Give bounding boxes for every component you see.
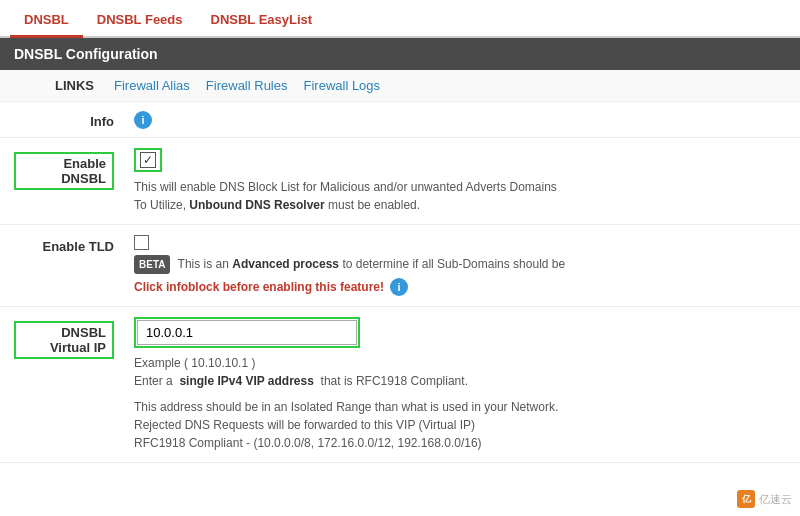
tld-warning-text: Click infoblock before enabling this fea… <box>134 280 384 294</box>
enable-dnsbl-label: Enable DNSBL <box>14 152 114 190</box>
enable-tld-checkbox[interactable] <box>134 235 149 250</box>
enable-tld-help: BETA This is an Advanced process to dete… <box>134 255 786 274</box>
link-firewall-alias[interactable]: Firewall Alias <box>114 78 190 93</box>
help-line1: This will enable DNS Block List for Mali… <box>134 180 557 194</box>
help-end: must be enabled. <box>328 198 420 212</box>
tld-help-text2: to determine if all Sub-Domains should b… <box>342 257 565 271</box>
tab-dnsbl[interactable]: DNSBL <box>10 4 83 38</box>
help-bold: Unbound DNS Resolver <box>189 198 324 212</box>
virtual-ip-input[interactable] <box>137 320 357 345</box>
virtual-ip-input-wrap <box>134 317 360 348</box>
info-row: Info i <box>0 102 800 138</box>
tld-help-text: This is an <box>178 257 229 271</box>
enable-tld-label: Enable TLD <box>42 239 114 254</box>
enable-dnsbl-checkbox[interactable]: ✓ <box>140 152 156 168</box>
link-firewall-rules[interactable]: Firewall Rules <box>206 78 288 93</box>
tld-info-icon[interactable]: i <box>390 278 408 296</box>
tld-warning-row: Click infoblock before enabling this fea… <box>134 278 786 296</box>
links-label: LINKS <box>14 78 114 93</box>
info-icon[interactable]: i <box>134 111 152 129</box>
tab-dnsbl-feeds[interactable]: DNSBL Feeds <box>83 4 197 38</box>
tld-help-bold: Advanced process <box>232 257 339 271</box>
section-header: DNSBL Configuration <box>0 38 800 70</box>
link-firewall-logs[interactable]: Firewall Logs <box>304 78 381 93</box>
enable-tld-row: Enable TLD BETA This is an Advanced proc… <box>0 225 800 307</box>
virtual-ip-row: DNSBL Virtual IP Example ( 10.10.10.1 ) … <box>0 307 800 463</box>
help2: This address should be in an Isolated Ra… <box>134 400 558 414</box>
help1-prefix: Enter a <box>134 374 173 388</box>
virtual-ip-help2: This address should be in an Isolated Ra… <box>134 398 786 452</box>
section-title: DNSBL Configuration <box>14 46 158 62</box>
watermark: 亿 亿速云 <box>737 490 792 508</box>
watermark-icon: 亿 <box>737 490 755 508</box>
virtual-ip-content: Example ( 10.10.10.1 ) Enter a single IP… <box>134 317 786 452</box>
virtual-ip-help: Example ( 10.10.10.1 ) Enter a single IP… <box>134 354 786 390</box>
help1-bold: single IPv4 VIP address <box>179 374 314 388</box>
tab-dnsbl-easylist[interactable]: DNSBL EasyList <box>197 4 327 38</box>
enable-dnsbl-checkbox-wrap[interactable]: ✓ <box>134 148 162 172</box>
help-line2: To Utilize, <box>134 198 186 212</box>
enable-dnsbl-content: ✓ This will enable DNS Block List for Ma… <box>134 148 786 214</box>
info-label: Info <box>90 114 114 129</box>
enable-dnsbl-row: Enable DNSBL ✓ This will enable DNS Bloc… <box>0 138 800 225</box>
tabs-bar: DNSBL DNSBL Feeds DNSBL EasyList <box>0 0 800 38</box>
enable-dnsbl-help: This will enable DNS Block List for Mali… <box>134 178 786 214</box>
watermark-label: 亿速云 <box>759 492 792 507</box>
content-area: LINKS Firewall Alias Firewall Rules Fire… <box>0 70 800 463</box>
beta-badge: BETA <box>134 255 170 274</box>
enable-tld-content: BETA This is an Advanced process to dete… <box>134 235 786 296</box>
help4: RFC1918 Compliant - (10.0.0.0/8, 172.16.… <box>134 436 482 450</box>
help1-suffix: that is RFC1918 Compliant. <box>321 374 468 388</box>
virtual-ip-label: DNSBL Virtual IP <box>14 321 114 359</box>
links-row: LINKS Firewall Alias Firewall Rules Fire… <box>0 70 800 102</box>
help3: Rejected DNS Requests will be forwarded … <box>134 418 475 432</box>
example-text: Example ( 10.10.10.1 ) <box>134 356 255 370</box>
